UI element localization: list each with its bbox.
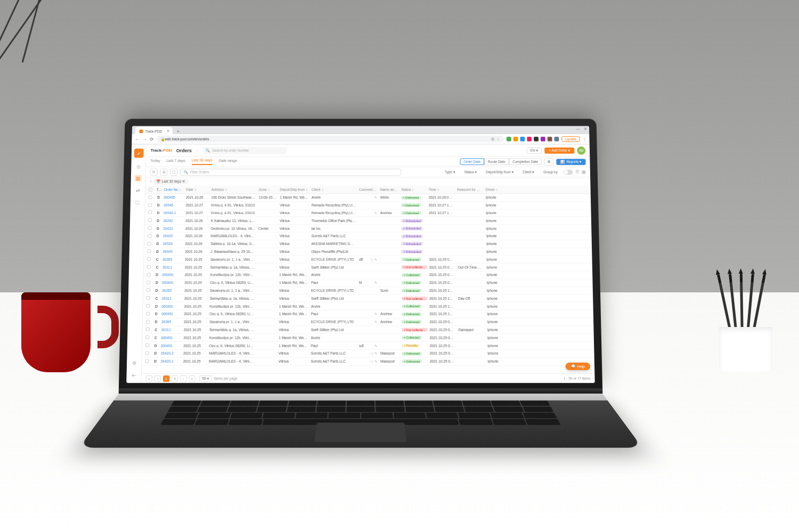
row-checkbox[interactable] [148,234,151,238]
tab-date-range[interactable]: Date range [219,159,237,165]
window-close-icon[interactable]: ✕ [584,127,587,132]
row-checkbox[interactable] [148,218,151,222]
tab-today[interactable]: Today [150,159,160,165]
cell-order-id[interactable]: 26285 [161,258,183,261]
list-view-icon[interactable]: ☰ [575,170,579,175]
nav-settings-icon[interactable]: ⚙ [131,359,137,366]
select-all-checkbox[interactable] [148,187,152,191]
cell-order-id[interactable]: 000495 [162,196,184,200]
table-row[interactable]: D265402021.10.27Krivių g. 4-91, Vilnius,… [145,202,591,209]
refresh-icon[interactable]: ⟳ [150,168,158,176]
note-icon[interactable]: ▢ [370,258,373,261]
col-date[interactable]: Date⇅ [184,188,210,192]
seg-route-date[interactable]: Route Date [484,158,509,165]
card-view-icon[interactable]: ▦ [582,170,586,175]
col-zone[interactable]: Zone⇅ [257,188,279,192]
cell-order-id[interactable]: 26420-1 [159,359,181,363]
cell-order-id[interactable]: 26285 [160,320,182,324]
star-icon[interactable]: ☆ [496,137,500,141]
nav-dashboard-icon[interactable]: ◎ [135,163,142,170]
filter-type[interactable]: Type ▾ [442,168,459,176]
browser-tab[interactable]: Track-POD ✕ [135,127,173,134]
nav-reload-icon[interactable]: ⟳ [150,136,154,142]
browser-menu-icon[interactable]: ⋮ [583,137,586,141]
help-button[interactable]: 💬 Help [565,363,590,370]
search-input[interactable]: 🔍 Search by order number [202,147,287,154]
page-next-button[interactable]: › [180,375,186,382]
ext-icon[interactable] [554,137,559,142]
app-logo-icon[interactable]: ✓ [134,149,143,158]
table-row[interactable]: D265282021.10.26Šaltinių g. 10-1a, Vilni… [144,240,592,248]
cell-order-id[interactable]: 26292 [162,219,184,223]
cell-order-id[interactable]: 26311 [160,328,182,332]
gear-icon[interactable]: ⚙ [544,158,554,166]
table-row[interactable]: C263112021.10.25Šeimyniškių g. 1a, Vilni… [144,264,592,272]
filter-depot[interactable]: Depot/Ship from ▾ [483,168,517,176]
page-1-button[interactable]: 1 [163,375,169,382]
pencil-icon[interactable]: ✎ [374,351,377,355]
add-order-button[interactable]: + Add Order ▾ [544,148,574,154]
reports-button[interactable]: 📊Reports ▾ [557,159,586,165]
expand-icon[interactable]: < [150,179,152,183]
pencil-icon[interactable]: ✎ [374,320,377,324]
window-minimize-icon[interactable]: — [576,127,580,132]
cell-order-id[interactable]: 000491 [160,304,182,308]
page-first-button[interactable]: « [146,375,152,382]
row-checkbox[interactable] [147,242,151,245]
filter-client[interactable]: Client ▾ [519,168,537,176]
pencil-icon[interactable]: ✎ [374,211,377,215]
ext-icon[interactable] [534,137,539,142]
table-row[interactable]: D0004952021.10.28106 Druid Street Southw… [145,194,591,201]
col-client[interactable]: Client⇅ [310,188,357,192]
group-by-toggle[interactable] [563,169,573,175]
cell-order-id[interactable]: 26528 [161,242,184,245]
table-row[interactable]: C263112021.10.25Šeimyniškių g. 1a, Vilni… [142,326,593,334]
filter-orders-input[interactable]: 🔍 Filter Orders [180,168,401,176]
cell-order-id[interactable]: 26311 [161,265,183,269]
seg-completion-date[interactable]: Completion Date [509,158,542,165]
table-row[interactable]: D262922021.10.26K Kalinausko 13, Vilnius… [145,217,591,225]
page-last-button[interactable]: » [189,375,195,382]
table-row[interactable]: D0004912021.10.25Ozo g. 6, Vilnius 08200… [142,342,594,350]
table-row[interactable]: D264202021.10.26MARIJAMLOLES - 4, Vilniu… [144,233,592,241]
nav-orders-icon[interactable]: ▥ [135,175,142,182]
table-row[interactable]: D0004912021.10.25Konstitucijos pr. 12b, … [143,302,593,310]
nav-forward-icon[interactable]: → [142,136,147,142]
table-row[interactable]: C0004912021.10.25Konstitucijos pr. 12b, … [142,334,594,342]
col-reason[interactable]: Reasons for Reje...⇅ [455,188,484,192]
ext-icon[interactable] [507,137,511,142]
cell-order-id[interactable]: 26420 [161,234,184,238]
table-row[interactable]: C263112021.10.25Šeimyniškių g. 1a, Vilni… [143,294,593,302]
row-checkbox[interactable] [146,296,150,300]
col-status[interactable]: Status⇅ [399,188,427,192]
note-icon[interactable]: ▢ [370,351,373,355]
row-checkbox[interactable] [148,211,152,215]
col-name[interactable]: Name and ePOD [379,188,400,192]
cell-order-id[interactable]: 000491 [159,343,182,347]
row-checkbox[interactable] [148,226,151,230]
filter-status[interactable]: Status ▾ [461,168,480,176]
cell-order-id[interactable]: 26285 [160,289,183,292]
table-row[interactable]: D262852021.10.25Savanorių pr. 1, 1 a., V… [143,318,594,326]
row-checkbox[interactable] [148,195,152,199]
page-prev-button[interactable]: ‹ [154,375,161,382]
table-row[interactable]: C262852021.10.25Savanorių pr. 1, 1 a., V… [144,256,592,264]
row-checkbox[interactable] [147,257,151,261]
row-checkbox[interactable] [147,249,151,253]
cell-order-id[interactable]: 26311 [160,297,183,300]
table-row[interactable]: D26420-22021.10.25MARIJAMLOLES - 4, Viln… [142,350,594,358]
table-row[interactable]: D262852021.10.25Savanorių pr. 1, 1 a., V… [143,287,593,295]
cell-order-id[interactable]: 26549 [161,250,183,253]
row-checkbox[interactable] [146,281,150,284]
nav-map-icon[interactable]: ▢ [134,199,141,206]
pencil-icon[interactable]: ✎ [374,343,377,347]
pencil-icon[interactable]: ✎ [374,359,377,363]
pencil-icon[interactable]: ✎ [374,196,377,200]
row-checkbox[interactable] [146,289,150,292]
cell-order-id[interactable]: 26433 [161,226,184,230]
ext-icon[interactable] [513,137,518,142]
col-type[interactable]: T...⇅ [155,188,162,192]
cell-order-id[interactable]: 26420-2 [159,351,182,355]
col-depot[interactable]: Depot/Ship from⇅ [279,188,310,192]
ext-icon[interactable] [527,137,532,142]
